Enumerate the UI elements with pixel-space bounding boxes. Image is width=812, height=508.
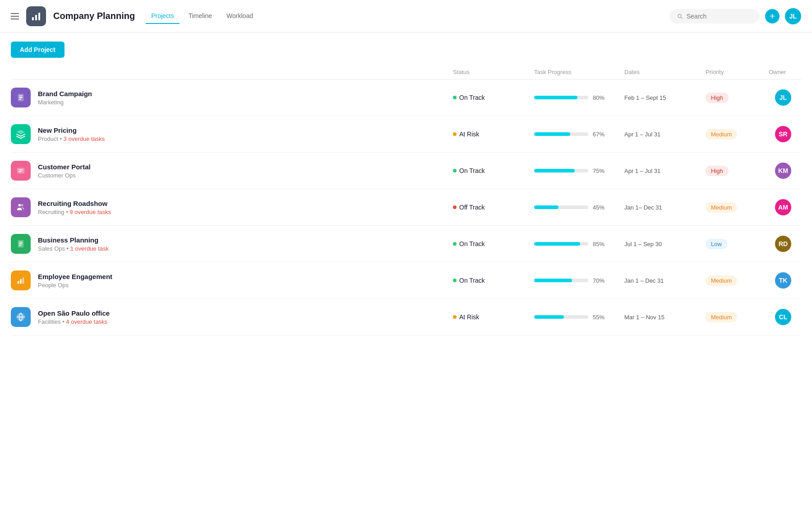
svg-rect-13 — [19, 242, 22, 242]
add-button[interactable]: + — [765, 9, 780, 23]
progress-bar-fill — [534, 96, 577, 99]
table-row[interactable]: Open São Paulo office Facilities • 4 ove… — [11, 299, 801, 336]
status-dot — [453, 242, 457, 246]
progress-bar-fill — [534, 279, 572, 282]
project-name: Employee Engagement — [38, 273, 112, 280]
priority-cell: High — [702, 93, 765, 103]
priority-badge: High — [706, 166, 729, 176]
priority-cell: High — [702, 166, 765, 176]
progress-percent: 45% — [593, 204, 604, 211]
project-info: Open São Paulo office Facilities • 4 ove… — [11, 307, 449, 327]
add-project-button[interactable]: Add Project — [11, 42, 65, 58]
owner-cell: RD — [765, 236, 801, 252]
search-box — [669, 9, 760, 23]
dates-cell: Jul 1 – Sep 30 — [621, 241, 702, 247]
overdue-label: 9 overdue tasks — [69, 209, 111, 215]
svg-rect-6 — [19, 99, 21, 100]
svg-rect-7 — [17, 168, 25, 174]
status-cell: On Track — [449, 167, 531, 174]
table-row[interactable]: Brand Campaign Marketing On Track 80% Fe… — [11, 79, 801, 116]
priority-badge: Medium — [706, 312, 737, 322]
priority-badge: Medium — [706, 129, 737, 140]
progress-bar-fill — [534, 242, 580, 246]
svg-rect-8 — [18, 169, 23, 170]
dates-cell: Feb 1 – Sept 15 — [621, 94, 702, 101]
status-cell: On Track — [449, 94, 531, 101]
status-cell: Off Track — [449, 204, 531, 211]
progress-bar-bg — [534, 205, 588, 209]
status-dot — [453, 169, 457, 172]
svg-rect-1 — [35, 15, 37, 20]
th-status: Status — [449, 69, 531, 75]
project-info: Business Planning Sales Ops • 1 overdue … — [11, 234, 449, 254]
project-name: Customer Portal — [38, 163, 91, 171]
status-label: On Track — [459, 167, 485, 174]
status-cell: On Track — [449, 240, 531, 247]
project-info: Recruiting Roadshow Recruiting • 9 overd… — [11, 197, 449, 217]
priority-badge: Medium — [706, 275, 737, 286]
tab-timeline[interactable]: Timeline — [183, 9, 217, 24]
project-icon — [11, 270, 31, 290]
dates-cell: Jan 1– Dec 31 — [621, 204, 702, 211]
progress-percent: 80% — [593, 94, 604, 101]
priority-badge: Medium — [706, 202, 737, 213]
project-category: Recruiting • 9 overdue tasks — [38, 209, 111, 215]
status-label: At Risk — [459, 313, 479, 321]
owner-cell: TK — [765, 272, 801, 289]
owner-avatar: AM — [775, 199, 791, 215]
project-info: New Pricing Product • 3 overdue tasks — [11, 124, 449, 144]
tab-workload[interactable]: Workload — [221, 9, 258, 24]
project-text: Business Planning Sales Ops • 1 overdue … — [38, 236, 109, 252]
progress-cell: 70% — [531, 277, 621, 284]
table-row[interactable]: New Pricing Product • 3 overdue tasks At… — [11, 116, 801, 153]
progress-bar-fill — [534, 205, 558, 209]
progress-bar-bg — [534, 169, 588, 172]
table-row[interactable]: Employee Engagement People Ops On Track … — [11, 262, 801, 299]
project-icon — [11, 307, 31, 327]
project-name: Business Planning — [38, 236, 109, 244]
table-row[interactable]: Recruiting Roadshow Recruiting • 9 overd… — [11, 189, 801, 226]
progress-cell: 67% — [531, 131, 621, 138]
project-text: Employee Engagement People Ops — [38, 273, 112, 289]
project-text: Customer Portal Customer Ops — [38, 163, 91, 179]
user-avatar[interactable]: JL — [785, 8, 801, 24]
table-row[interactable]: Customer Portal Customer Ops On Track 75… — [11, 153, 801, 189]
owner-cell: KM — [765, 163, 801, 179]
svg-rect-2 — [38, 13, 40, 20]
progress-percent: 85% — [593, 241, 604, 247]
status-dot — [453, 96, 457, 99]
owner-avatar: KM — [775, 163, 791, 179]
status-dot — [453, 315, 457, 319]
progress-bar-fill — [534, 132, 570, 136]
svg-rect-18 — [23, 278, 24, 284]
progress-percent: 70% — [593, 277, 604, 284]
progress-cell: 80% — [531, 94, 621, 101]
progress-cell: 45% — [531, 204, 621, 211]
svg-rect-5 — [19, 97, 22, 98]
overdue-label: 1 overdue task — [70, 245, 109, 252]
status-label: On Track — [459, 277, 485, 284]
project-name: New Pricing — [38, 126, 105, 134]
search-input[interactable] — [687, 13, 752, 20]
progress-percent: 67% — [593, 131, 604, 138]
tab-projects[interactable]: Projects — [146, 9, 180, 24]
priority-cell: Medium — [702, 312, 765, 322]
progress-bar-fill — [534, 169, 575, 172]
priority-cell: Medium — [702, 129, 765, 140]
owner-cell: CL — [765, 309, 801, 325]
priority-badge: Low — [706, 239, 727, 249]
table-row[interactable]: Business Planning Sales Ops • 1 overdue … — [11, 226, 801, 262]
project-info: Brand Campaign Marketing — [11, 88, 449, 107]
svg-rect-17 — [20, 279, 22, 284]
project-category: Sales Ops • 1 overdue task — [38, 245, 109, 252]
svg-rect-16 — [18, 281, 19, 284]
owner-avatar: SR — [775, 126, 791, 142]
project-category: Marketing — [38, 99, 92, 106]
dates-cell: Jan 1 – Dec 31 — [621, 277, 702, 284]
progress-cell: 75% — [531, 168, 621, 174]
project-category: Customer Ops — [38, 172, 91, 179]
menu-icon[interactable] — [11, 13, 19, 19]
progress-cell: 55% — [531, 314, 621, 321]
project-icon — [11, 234, 31, 254]
project-icon — [11, 161, 31, 181]
